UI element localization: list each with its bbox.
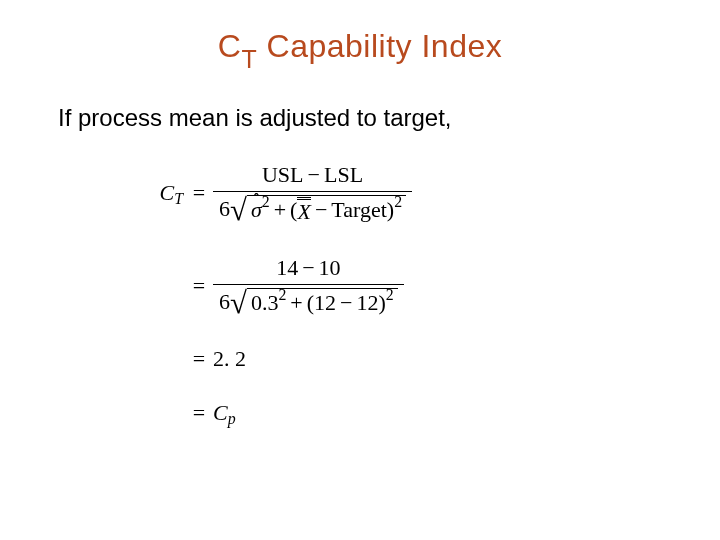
equation-4: = Cp — [135, 400, 412, 426]
eq1-lhs: CT — [135, 180, 185, 206]
body-text: If process mean is adjusted to target, — [58, 104, 452, 132]
eq2-fraction-bar — [213, 284, 404, 285]
eq1-radicand: ˆ σ 2 + ( X − Target — [247, 195, 406, 223]
eq2-six: 6 — [219, 289, 230, 315]
eq1-sqrt: √ ˆ σ 2 + ( X — [230, 195, 406, 223]
eq2-sq1: 2 — [278, 286, 286, 304]
eq2-v1: 0.3 — [251, 290, 279, 316]
eq2-v3: 12 — [357, 290, 379, 316]
radical-icon: √ — [230, 197, 247, 225]
eq1-num-minus: − — [304, 162, 324, 188]
eq1-sq2: 2 — [394, 193, 402, 211]
radical-icon: √ — [230, 290, 247, 318]
eq1-plus: + — [270, 197, 290, 223]
eq2-rparen: ) — [379, 290, 386, 316]
eq2-den-minus: − — [336, 290, 356, 316]
eq2-fraction: 14 − 10 6 √ 0.32 + ( 12 − — [213, 253, 404, 318]
eq4-equals: = — [185, 400, 213, 426]
equation-1: CT = USL − LSL 6 √ ˆ — [135, 160, 412, 225]
hat-icon: ˆ — [253, 189, 259, 211]
eq2-v2: 12 — [314, 290, 336, 316]
title-subscript-t: T — [241, 45, 257, 73]
x-letter: X — [297, 201, 310, 223]
eq1-lsl: LSL — [324, 162, 363, 188]
eq2-radicand: 0.32 + ( 12 − 12 )2 — [247, 288, 398, 316]
equation-3: = 2. 2 — [135, 346, 412, 372]
eq1-den-minus: − — [311, 197, 331, 223]
eq2-sq2: 2 — [386, 286, 394, 304]
eq1-denominator: 6 √ ˆ σ 2 + ( — [213, 193, 412, 225]
slide: CT Capability Index If process mean is a… — [0, 0, 720, 540]
x-double-bar: X — [297, 197, 310, 223]
title-rest: Capability Index — [257, 28, 502, 64]
eq1-sq1: 2 — [262, 193, 270, 211]
eq1-rparen: ) — [387, 197, 394, 223]
eq1-fraction-bar — [213, 191, 412, 192]
eq2-plus: + — [286, 290, 306, 316]
eq2-14: 14 — [276, 255, 298, 281]
page-title: CT Capability Index — [0, 28, 720, 70]
eq4-c: C — [213, 400, 228, 425]
eq1-equals: = — [185, 180, 213, 206]
eq1-six: 6 — [219, 196, 230, 222]
eq1-lhs-c: C — [160, 180, 175, 205]
sigma-hat: ˆ σ — [251, 197, 262, 223]
eq3-equals: = — [185, 346, 213, 372]
eq2-numerator: 14 − 10 — [270, 253, 346, 283]
eq1-fraction: USL − LSL 6 √ ˆ σ 2 + — [213, 160, 412, 225]
eq2-equals: = — [185, 273, 213, 299]
bar-icon — [297, 197, 310, 198]
eq2-num-minus: − — [298, 255, 318, 281]
eq2-sqrt: √ 0.32 + ( 12 − 12 )2 — [230, 288, 398, 316]
eq1-target: Target — [331, 197, 386, 223]
equation-2: = 14 − 10 6 √ 0.32 + ( 12 — [135, 253, 412, 318]
eq1-numerator: USL − LSL — [256, 160, 369, 190]
eq4-sub-p: p — [228, 410, 236, 427]
eq2-lparen: ( — [307, 290, 314, 316]
eq1-lhs-sub: T — [174, 190, 183, 207]
eq4-cp: Cp — [213, 400, 236, 426]
eq2-10: 10 — [319, 255, 341, 281]
math-block: CT = USL − LSL 6 √ ˆ — [135, 160, 412, 454]
eq3-value: 2. 2 — [213, 346, 246, 372]
title-c: C — [218, 28, 242, 64]
eq2-denominator: 6 √ 0.32 + ( 12 − 12 )2 — [213, 286, 404, 318]
eq1-usl: USL — [262, 162, 304, 188]
